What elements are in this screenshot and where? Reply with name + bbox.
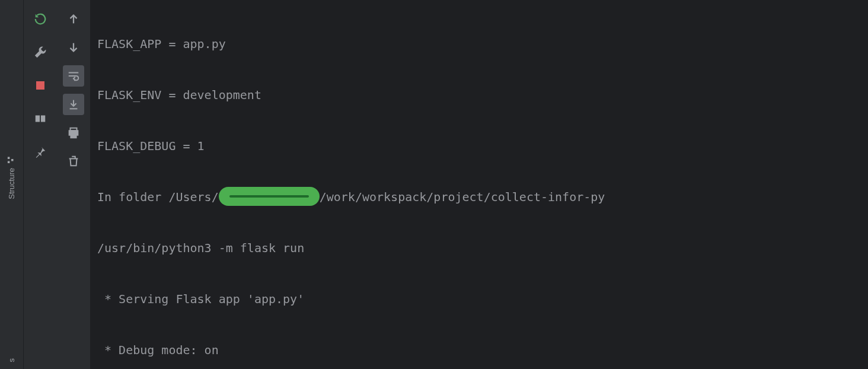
down-button[interactable] [63, 37, 84, 58]
env-line: FLASK_APP = app.py [97, 31, 861, 57]
scroll-to-end-button[interactable] [63, 94, 84, 115]
arrow-down-icon [67, 41, 80, 54]
structure-icon [8, 156, 16, 164]
scroll-end-icon [67, 98, 80, 111]
serving-line: * Serving Flask app 'app.py' [97, 287, 861, 312]
print-icon [67, 126, 80, 139]
stop-icon [36, 81, 44, 90]
up-button[interactable] [63, 8, 84, 30]
env-line: FLASK_ENV = development [97, 82, 861, 108]
debug-mode-line: * Debug mode: on [97, 338, 861, 363]
console-output[interactable]: FLASK_APP = app.py FLASK_ENV = developme… [90, 0, 868, 369]
other-tool-button[interactable]: s [7, 356, 16, 365]
structure-tool-button[interactable]: Structure [7, 149, 16, 206]
rerun-button[interactable] [30, 8, 51, 30]
stop-button[interactable] [30, 75, 51, 96]
delete-button[interactable] [63, 151, 84, 172]
layout-icon [34, 112, 47, 125]
trash-icon [67, 155, 80, 168]
cmd-line: /usr/bin/python3 -m flask run [97, 236, 861, 261]
settings-button[interactable] [30, 42, 51, 63]
run-toolbar-col2 [57, 0, 90, 369]
wrench-icon [34, 46, 47, 59]
rerun-icon [34, 12, 47, 26]
env-line: FLASK_DEBUG = 1 [97, 133, 861, 159]
structure-label: Structure [7, 168, 16, 199]
redacted-username [219, 187, 320, 206]
print-button[interactable] [63, 122, 84, 144]
tool-window-rail: Structure s [0, 0, 24, 369]
run-toolbar-col1 [24, 0, 57, 369]
folder-line: In folder /Users//work/workspack/project… [97, 184, 861, 210]
pin-button[interactable] [30, 141, 51, 163]
soft-wrap-button[interactable] [63, 65, 84, 87]
svg-rect-3 [36, 116, 40, 122]
svg-rect-1 [8, 161, 10, 164]
pin-icon [34, 145, 47, 158]
svg-rect-0 [8, 157, 10, 160]
svg-rect-2 [12, 160, 14, 162]
svg-rect-4 [41, 116, 45, 122]
arrow-up-icon [67, 12, 80, 26]
soft-wrap-icon [67, 69, 80, 82]
layout-button[interactable] [30, 108, 51, 129]
